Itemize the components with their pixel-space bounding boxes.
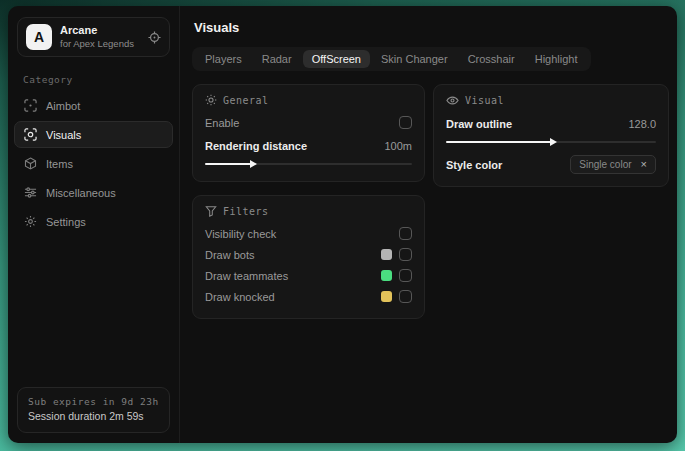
close-icon[interactable]: × — [641, 159, 647, 170]
sidebar-item-miscellaneous[interactable]: Miscellaneous — [14, 179, 173, 206]
draw-teammates-label: Draw teammates — [205, 270, 288, 282]
subscription-info: Sub expires in 9d 23h Session duration 2… — [17, 387, 170, 433]
sidebar-item-visuals[interactable]: Visuals — [14, 121, 173, 148]
funnel-icon — [205, 205, 217, 217]
tab-highlight[interactable]: Highlight — [526, 50, 587, 68]
eye-icon — [446, 94, 459, 107]
app-window: A Arcane for Apex Legends Category — [8, 6, 677, 443]
gear-icon — [24, 215, 37, 228]
sidebar-item-label: Items — [46, 158, 73, 170]
draw-outline-value: 128.0 — [628, 118, 656, 130]
draw-bots-label: Draw bots — [205, 249, 255, 261]
general-card: General Enable Rendering distance 100m — [192, 84, 425, 182]
cube-icon — [24, 157, 37, 170]
draw-knocked-label: Draw knocked — [205, 291, 275, 303]
app-subtitle: for Apex Legends — [60, 38, 140, 50]
draw-knocked-color-swatch[interactable] — [381, 291, 392, 302]
page-title: Visuals — [194, 20, 669, 35]
draw-bots-color-swatch[interactable] — [381, 249, 392, 260]
visibility-check-label: Visibility check — [205, 228, 276, 240]
sidebar-item-label: Visuals — [46, 129, 81, 141]
visual-card: Visual Draw outline 128.0 Style color Si… — [433, 84, 669, 187]
scan-eye-icon — [24, 128, 37, 141]
target-icon[interactable] — [148, 31, 161, 44]
draw-outline-slider[interactable] — [446, 136, 656, 148]
style-color-label: Style color — [446, 159, 502, 171]
draw-knocked-checkbox[interactable] — [399, 290, 412, 303]
app-logo: A — [26, 24, 52, 50]
filters-card: Filters Visibility check Draw bots — [192, 195, 425, 319]
sidebar-item-aimbot[interactable]: Aimbot — [14, 92, 173, 119]
category-label: Category — [23, 74, 179, 85]
visuals-tabbar: Players Radar OffScreen Skin Changer Cro… — [192, 47, 591, 71]
rendering-distance-slider[interactable] — [205, 158, 412, 170]
style-color-select[interactable]: Single color × — [570, 155, 656, 174]
sidebar-item-label: Settings — [46, 216, 86, 228]
draw-outline-label: Draw outline — [446, 118, 512, 130]
sidebar-item-settings[interactable]: Settings — [14, 208, 173, 235]
sub-expires-text: Sub expires in 9d 23h — [28, 395, 159, 409]
enable-checkbox[interactable] — [399, 116, 412, 129]
rendering-distance-label: Rendering distance — [205, 140, 307, 152]
draw-teammates-checkbox[interactable] — [399, 269, 412, 282]
rendering-distance-value: 100m — [384, 140, 412, 152]
tab-crosshair[interactable]: Crosshair — [459, 50, 524, 68]
draw-teammates-color-swatch[interactable] — [381, 270, 392, 281]
brand-card: A Arcane for Apex Legends — [17, 17, 170, 57]
visual-card-title: Visual — [465, 95, 504, 106]
tab-offscreen[interactable]: OffScreen — [303, 50, 370, 68]
main-panel: Visuals Players Radar OffScreen Skin Cha… — [180, 6, 681, 443]
sliders-icon — [24, 186, 37, 199]
crosshair-icon — [24, 99, 37, 112]
style-color-value: Single color — [579, 159, 631, 170]
tab-skin-changer[interactable]: Skin Changer — [372, 50, 457, 68]
filters-card-title: Filters — [223, 206, 269, 217]
enable-label: Enable — [205, 117, 239, 129]
slider-thumb[interactable] — [550, 138, 557, 146]
sidebar: A Arcane for Apex Legends Category — [8, 6, 180, 443]
general-card-title: General — [223, 95, 269, 106]
session-duration-text: Session duration 2m 59s — [28, 409, 159, 425]
visibility-check-checkbox[interactable] — [399, 227, 412, 240]
app-name: Arcane — [60, 24, 140, 38]
tab-players[interactable]: Players — [196, 50, 251, 68]
sidebar-item-label: Aimbot — [46, 100, 80, 112]
sidebar-nav: Aimbot Visuals Items — [8, 92, 179, 235]
sidebar-item-items[interactable]: Items — [14, 150, 173, 177]
draw-bots-checkbox[interactable] — [399, 248, 412, 261]
sidebar-item-label: Miscellaneous — [46, 187, 116, 199]
sun-icon — [205, 94, 217, 106]
tab-radar[interactable]: Radar — [253, 50, 301, 68]
slider-thumb[interactable] — [250, 160, 257, 168]
